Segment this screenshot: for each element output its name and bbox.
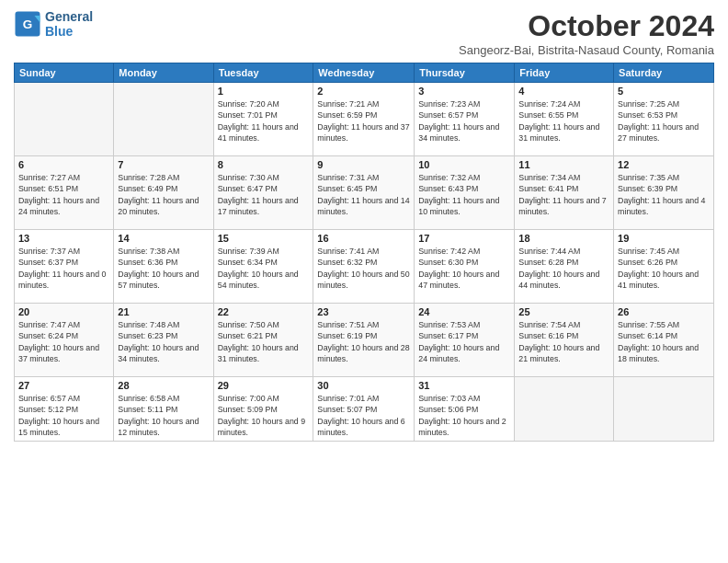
day-info: Sunrise: 6:58 AM Sunset: 5:11 PM Dayligh…	[118, 393, 209, 438]
calendar-week-row: 20Sunrise: 7:47 AM Sunset: 6:24 PM Dayli…	[15, 304, 714, 377]
day-info: Sunrise: 7:47 AM Sunset: 6:24 PM Dayligh…	[18, 319, 109, 364]
calendar-cell: 20Sunrise: 7:47 AM Sunset: 6:24 PM Dayli…	[15, 304, 114, 377]
day-number: 22	[218, 306, 310, 317]
day-info: Sunrise: 7:21 AM Sunset: 6:59 PM Dayligh…	[317, 98, 410, 144]
day-info: Sunrise: 7:27 AM Sunset: 6:51 PM Dayligh…	[18, 172, 109, 217]
calendar-cell: 14Sunrise: 7:38 AM Sunset: 6:36 PM Dayli…	[114, 230, 213, 304]
calendar-cell: 18Sunrise: 7:44 AM Sunset: 6:28 PM Dayli…	[515, 230, 614, 304]
logo-line2: Blue	[45, 24, 93, 39]
svg-text:G: G	[23, 17, 33, 31]
day-info: Sunrise: 7:39 AM Sunset: 6:34 PM Dayligh…	[218, 246, 310, 291]
day-number: 26	[618, 306, 710, 317]
day-info: Sunrise: 6:57 AM Sunset: 5:12 PM Dayligh…	[18, 393, 109, 438]
day-info: Sunrise: 7:32 AM Sunset: 6:43 PM Dayligh…	[418, 172, 510, 217]
calendar-cell: 16Sunrise: 7:41 AM Sunset: 6:32 PM Dayli…	[313, 230, 415, 304]
calendar-cell: 6Sunrise: 7:27 AM Sunset: 6:51 PM Daylig…	[15, 156, 114, 230]
calendar-cell: 10Sunrise: 7:32 AM Sunset: 6:43 PM Dayli…	[415, 156, 515, 230]
day-info: Sunrise: 7:55 AM Sunset: 6:14 PM Dayligh…	[618, 319, 710, 364]
day-info: Sunrise: 7:54 AM Sunset: 6:16 PM Dayligh…	[518, 319, 609, 364]
calendar-week-row: 27Sunrise: 6:57 AM Sunset: 5:12 PM Dayli…	[15, 377, 714, 442]
calendar-cell: 17Sunrise: 7:42 AM Sunset: 6:30 PM Dayli…	[415, 230, 515, 304]
weekday-header: Monday	[114, 63, 213, 83]
weekday-header: Sunday	[15, 63, 114, 83]
day-info: Sunrise: 7:25 AM Sunset: 6:53 PM Dayligh…	[618, 98, 710, 144]
calendar-cell: 7Sunrise: 7:28 AM Sunset: 6:49 PM Daylig…	[114, 156, 213, 230]
day-number: 3	[418, 86, 510, 97]
calendar-cell: 22Sunrise: 7:50 AM Sunset: 6:21 PM Dayli…	[213, 304, 313, 377]
calendar-cell: 13Sunrise: 7:37 AM Sunset: 6:37 PM Dayli…	[15, 230, 114, 304]
day-info: Sunrise: 7:42 AM Sunset: 6:30 PM Dayligh…	[418, 246, 510, 291]
day-number: 30	[317, 380, 410, 391]
calendar-cell: 24Sunrise: 7:53 AM Sunset: 6:17 PM Dayli…	[415, 304, 515, 377]
day-info: Sunrise: 7:44 AM Sunset: 6:28 PM Dayligh…	[518, 246, 609, 291]
day-info: Sunrise: 7:35 AM Sunset: 6:39 PM Dayligh…	[618, 172, 710, 217]
calendar-cell	[15, 83, 114, 156]
day-number: 27	[18, 380, 109, 391]
calendar-cell: 27Sunrise: 6:57 AM Sunset: 5:12 PM Dayli…	[15, 377, 114, 442]
weekday-header: Thursday	[415, 63, 515, 83]
day-info: Sunrise: 7:30 AM Sunset: 6:47 PM Dayligh…	[218, 172, 310, 217]
subtitle: Sangeorz-Bai, Bistrita-Nasaud County, Ro…	[459, 43, 714, 57]
day-info: Sunrise: 7:38 AM Sunset: 6:36 PM Dayligh…	[118, 246, 209, 291]
day-number: 4	[518, 86, 609, 97]
day-number: 21	[118, 306, 209, 317]
day-number: 17	[418, 233, 510, 244]
day-number: 10	[418, 159, 510, 170]
day-number: 25	[518, 306, 609, 317]
day-info: Sunrise: 7:37 AM Sunset: 6:37 PM Dayligh…	[18, 246, 109, 291]
calendar-header-row: SundayMondayTuesdayWednesdayThursdayFrid…	[15, 63, 714, 83]
calendar-cell: 2Sunrise: 7:21 AM Sunset: 6:59 PM Daylig…	[313, 83, 415, 156]
day-info: Sunrise: 7:03 AM Sunset: 5:06 PM Dayligh…	[418, 393, 510, 438]
day-info: Sunrise: 7:01 AM Sunset: 5:07 PM Dayligh…	[317, 393, 410, 438]
weekday-header: Friday	[515, 63, 614, 83]
day-info: Sunrise: 7:31 AM Sunset: 6:45 PM Dayligh…	[317, 172, 410, 217]
day-number: 13	[18, 233, 109, 244]
day-info: Sunrise: 7:53 AM Sunset: 6:17 PM Dayligh…	[418, 319, 510, 364]
day-info: Sunrise: 7:34 AM Sunset: 6:41 PM Dayligh…	[518, 172, 609, 217]
day-number: 20	[18, 306, 109, 317]
day-info: Sunrise: 7:50 AM Sunset: 6:21 PM Dayligh…	[218, 319, 310, 364]
calendar-cell: 25Sunrise: 7:54 AM Sunset: 6:16 PM Dayli…	[515, 304, 614, 377]
day-number: 23	[317, 306, 410, 317]
header: G General Blue October 2024 Sangeorz-Bai…	[14, 9, 714, 57]
day-info: Sunrise: 7:48 AM Sunset: 6:23 PM Dayligh…	[118, 319, 209, 364]
calendar-cell: 19Sunrise: 7:45 AM Sunset: 6:26 PM Dayli…	[614, 230, 714, 304]
day-number: 14	[118, 233, 209, 244]
day-info: Sunrise: 7:28 AM Sunset: 6:49 PM Dayligh…	[118, 172, 209, 217]
logo-text: General Blue	[45, 9, 93, 39]
calendar-cell	[515, 377, 614, 442]
calendar-cell: 26Sunrise: 7:55 AM Sunset: 6:14 PM Dayli…	[614, 304, 714, 377]
day-number: 18	[518, 233, 609, 244]
calendar-cell: 3Sunrise: 7:23 AM Sunset: 6:57 PM Daylig…	[415, 83, 515, 156]
day-number: 11	[518, 159, 609, 170]
day-number: 28	[118, 380, 209, 391]
day-number: 12	[618, 159, 710, 170]
weekday-header: Wednesday	[313, 63, 415, 83]
calendar-cell	[614, 377, 714, 442]
calendar-table: SundayMondayTuesdayWednesdayThursdayFrid…	[14, 63, 714, 442]
weekday-header: Tuesday	[213, 63, 313, 83]
day-info: Sunrise: 7:23 AM Sunset: 6:57 PM Dayligh…	[418, 98, 510, 144]
day-number: 1	[218, 86, 310, 97]
calendar-week-row: 1Sunrise: 7:20 AM Sunset: 7:01 PM Daylig…	[15, 83, 714, 156]
day-number: 6	[18, 159, 109, 170]
day-number: 16	[317, 233, 410, 244]
calendar-cell: 23Sunrise: 7:51 AM Sunset: 6:19 PM Dayli…	[313, 304, 415, 377]
day-info: Sunrise: 7:45 AM Sunset: 6:26 PM Dayligh…	[618, 246, 710, 291]
day-number: 7	[118, 159, 209, 170]
day-number: 24	[418, 306, 510, 317]
day-number: 8	[218, 159, 310, 170]
day-number: 31	[418, 380, 510, 391]
day-info: Sunrise: 7:51 AM Sunset: 6:19 PM Dayligh…	[317, 319, 410, 364]
calendar-cell: 4Sunrise: 7:24 AM Sunset: 6:55 PM Daylig…	[515, 83, 614, 156]
calendar-cell: 5Sunrise: 7:25 AM Sunset: 6:53 PM Daylig…	[614, 83, 714, 156]
calendar-cell: 11Sunrise: 7:34 AM Sunset: 6:41 PM Dayli…	[515, 156, 614, 230]
calendar-cell: 12Sunrise: 7:35 AM Sunset: 6:39 PM Dayli…	[614, 156, 714, 230]
calendar-cell: 15Sunrise: 7:39 AM Sunset: 6:34 PM Dayli…	[213, 230, 313, 304]
day-info: Sunrise: 7:24 AM Sunset: 6:55 PM Dayligh…	[518, 98, 609, 144]
calendar-cell: 1Sunrise: 7:20 AM Sunset: 7:01 PM Daylig…	[213, 83, 313, 156]
calendar-cell: 29Sunrise: 7:00 AM Sunset: 5:09 PM Dayli…	[213, 377, 313, 442]
title-section: October 2024 Sangeorz-Bai, Bistrita-Nasa…	[459, 9, 714, 57]
calendar-cell: 9Sunrise: 7:31 AM Sunset: 6:45 PM Daylig…	[313, 156, 415, 230]
day-number: 9	[317, 159, 410, 170]
